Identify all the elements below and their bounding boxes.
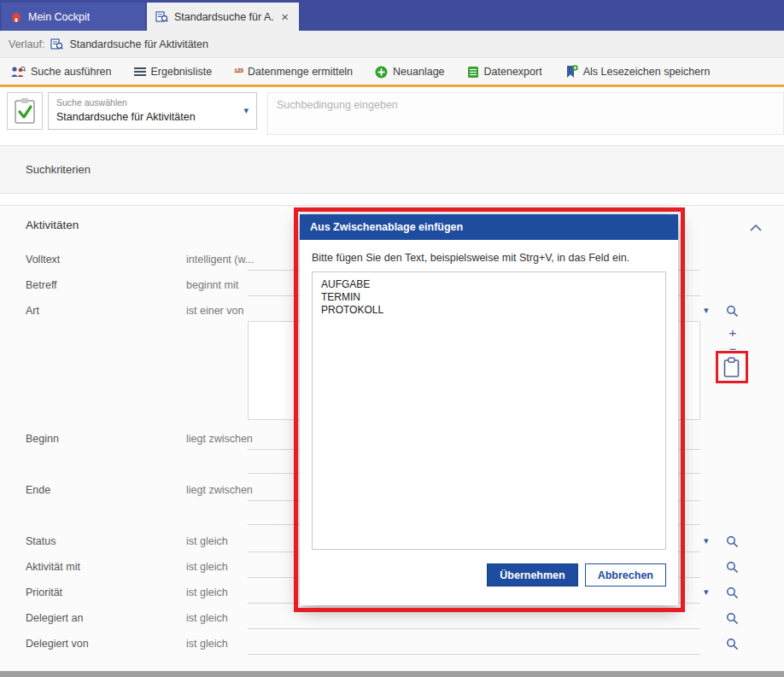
search-select-value: Standardsuche für Aktivitäten xyxy=(56,111,196,123)
criteria-operator-select[interactable]: ist einer von xyxy=(186,305,243,317)
chevron-down-icon[interactable]: ▾ xyxy=(243,105,249,116)
main-toolbar: Suche ausführen Ergebnisliste ¹²³ Datenm… xyxy=(0,59,784,85)
tab-label: Standardsuche für A... xyxy=(174,11,273,23)
search-icon[interactable] xyxy=(726,638,739,651)
search-condition-placeholder: Suchbedingung eingeben xyxy=(277,99,398,111)
bookmark-add-icon xyxy=(565,65,578,79)
criteria-value-input[interactable] xyxy=(248,608,700,629)
toolbar-datenmenge-ermitteln[interactable]: ¹²³ Datenmenge ermitteln xyxy=(234,66,353,79)
search-condition-input[interactable]: Suchbedingung eingeben xyxy=(267,92,784,135)
criteria-operator-select[interactable]: intelligent (w... xyxy=(186,254,254,266)
toolbar-neuanlage[interactable]: Neuanlage xyxy=(375,66,444,79)
search-list-icon xyxy=(50,38,63,50)
criteria-field-label: Status xyxy=(26,535,56,547)
criteria-field-label: Ende xyxy=(26,484,50,496)
result-list-icon xyxy=(134,67,146,77)
criteria-field-label: Art xyxy=(26,305,39,317)
search-icon[interactable] xyxy=(726,612,739,625)
toolbar-item-label: Datenexport xyxy=(484,66,542,78)
criteria-field-label: Priorität xyxy=(26,587,62,598)
criteria-row-delegiert-von: Delegiert von ist gleich xyxy=(26,633,784,656)
checklist-icon xyxy=(7,92,43,130)
criteria-operator-select[interactable]: ist gleich xyxy=(186,612,228,624)
search-icon[interactable] xyxy=(726,587,739,599)
close-tab-icon[interactable]: × xyxy=(279,10,290,23)
section-aktivitaeten-title: Aktivitäten xyxy=(26,219,79,231)
chevron-down-icon[interactable]: ▾ xyxy=(704,305,709,316)
toolbar-item-label: Neuanlage xyxy=(393,66,444,78)
paste-dialog: Aus Zwischenablage einfügen Bitte fügen … xyxy=(300,214,678,605)
toolbar-suche-ausfuehren[interactable]: Suche ausführen xyxy=(10,66,112,79)
history-item[interactable]: Standardsuche für Aktivitäten xyxy=(69,38,208,50)
search-list-icon xyxy=(155,10,168,23)
abbrechen-button[interactable]: Abbrechen xyxy=(585,563,666,587)
criteria-field-label: Delegiert von xyxy=(26,638,89,650)
toolbar-ergebnisliste[interactable]: Ergebnisliste xyxy=(134,66,213,78)
remove-entry-button[interactable]: − xyxy=(725,341,740,357)
search-icon[interactable] xyxy=(726,561,739,574)
add-entry-button[interactable]: + xyxy=(725,325,740,341)
paste-dialog-buttons: Übernehmen Abbrechen xyxy=(312,563,666,587)
search-select-dropdown[interactable]: Suche auswählen Standardsuche für Aktivi… xyxy=(48,92,257,130)
paste-dialog-body: Bitte fügen Sie den Text, beispielsweise… xyxy=(300,240,678,587)
horizontal-scrollbar[interactable] xyxy=(0,671,784,677)
history-label: Verlauf: xyxy=(9,38,44,50)
chevron-down-icon[interactable]: ▾ xyxy=(704,587,709,598)
criteria-field-label: Delegiert an xyxy=(26,612,83,624)
paste-dialog-instruction: Bitte fügen Sie den Text, beispielsweise… xyxy=(312,252,666,264)
tab-label: Mein Cockpit xyxy=(28,11,90,23)
criteria-operator-select[interactable]: liegt zwischen xyxy=(186,433,253,445)
home-icon xyxy=(10,11,22,23)
toolbar-item-label: Datenmenge ermitteln xyxy=(248,66,353,78)
chevron-down-icon[interactable]: ▾ xyxy=(704,535,709,546)
application-window: Mein Cockpit Standardsuche für A... × Ve… xyxy=(0,0,784,677)
toolbar-item-label: Suche ausführen xyxy=(31,66,112,78)
collapse-chevron-up-icon[interactable] xyxy=(750,225,762,231)
criteria-field-label: Volltext xyxy=(26,254,60,266)
accent-divider xyxy=(0,85,784,87)
search-icon[interactable] xyxy=(726,535,739,548)
toolbar-als-lesezeichen-speichern[interactable]: Als Lesezeichen speichern xyxy=(565,65,711,79)
tab-mein-cockpit[interactable]: Mein Cockpit xyxy=(2,3,145,31)
criteria-operator-select[interactable]: ist gleich xyxy=(186,535,228,547)
criteria-operator-select[interactable]: beginnt mit xyxy=(186,279,238,291)
add-icon xyxy=(375,66,388,79)
criteria-field-label: Beginn xyxy=(26,433,59,445)
paste-from-clipboard-button[interactable] xyxy=(723,357,740,378)
paste-textarea[interactable]: AUFGABE TERMIN PROTOKOLL xyxy=(312,271,666,550)
search-select-label: Suche auswählen xyxy=(56,97,127,108)
criteria-operator-select[interactable]: ist gleich xyxy=(186,587,228,598)
tab-bar: Mein Cockpit Standardsuche für A... × xyxy=(0,0,784,31)
search-icon[interactable] xyxy=(726,305,739,318)
criteria-operator-select[interactable]: liegt zwischen xyxy=(186,484,253,496)
criteria-row-delegiert-an: Delegiert an ist gleich xyxy=(26,608,784,630)
criteria-operator-select[interactable]: ist gleich xyxy=(186,638,228,650)
toolbar-item-label: Ergebnisliste xyxy=(151,66,213,78)
criteria-field-label: Betreff xyxy=(26,279,57,291)
export-icon xyxy=(467,66,479,79)
tab-standardsuche[interactable]: Standardsuche für A... × xyxy=(147,3,299,31)
criteria-value-input[interactable] xyxy=(248,633,700,655)
section-suchkriterien[interactable]: Suchkriterien xyxy=(0,145,784,194)
toolbar-item-label: Als Lesezeichen speichern xyxy=(583,66,711,78)
count-123-icon: ¹²³ xyxy=(234,66,243,79)
paste-dialog-title: Aus Zwischenablage einfügen xyxy=(300,214,678,240)
run-search-icon xyxy=(10,66,26,79)
criteria-operator-select[interactable]: ist gleich xyxy=(186,561,228,573)
uebernehmen-button[interactable]: Übernehmen xyxy=(487,563,577,587)
history-bar: Verlauf: Standardsuche für Aktivitäten xyxy=(0,31,784,58)
toolbar-datenexport[interactable]: Datenexport xyxy=(467,66,542,79)
criteria-field-label: Aktivität mit xyxy=(26,561,80,573)
